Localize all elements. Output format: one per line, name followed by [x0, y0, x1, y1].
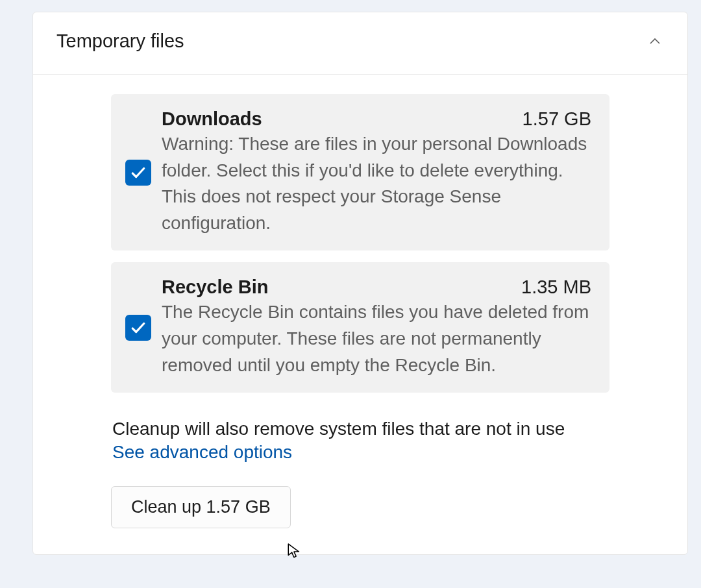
clean-up-button[interactable]: Clean up 1.57 GB — [111, 486, 291, 528]
checkbox-recycle-bin[interactable] — [125, 315, 151, 341]
item-header-downloads: Downloads 1.57 GB — [162, 108, 591, 130]
item-recycle-bin[interactable]: Recycle Bin 1.35 MB The Recycle Bin cont… — [111, 262, 609, 393]
settings-frame: Temporary files Downloads 1.57 GB — [0, 0, 701, 588]
temporary-files-panel: Temporary files Downloads 1.57 GB — [32, 12, 688, 555]
checkmark-icon — [130, 164, 147, 181]
panel-header[interactable]: Temporary files — [33, 12, 687, 75]
checkbox-downloads[interactable] — [125, 160, 151, 186]
item-description: Warning: These are files in your persona… — [162, 131, 591, 236]
item-header-recycle-bin: Recycle Bin 1.35 MB — [162, 276, 591, 298]
chevron-up-icon[interactable] — [647, 34, 663, 49]
item-size: 1.35 MB — [521, 276, 591, 298]
item-title: Recycle Bin — [162, 276, 268, 298]
item-text-recycle-bin: Recycle Bin 1.35 MB The Recycle Bin cont… — [162, 276, 591, 378]
panel-title: Temporary files — [56, 31, 184, 52]
panel-body: Downloads 1.57 GB Warning: These are fil… — [33, 75, 687, 554]
item-description: The Recycle Bin contains files you have … — [162, 299, 591, 378]
checkmark-icon — [130, 319, 147, 336]
item-title: Downloads — [162, 108, 262, 130]
item-size: 1.57 GB — [523, 108, 591, 130]
see-advanced-options-link[interactable]: See advanced options — [112, 442, 292, 463]
item-text-downloads: Downloads 1.57 GB Warning: These are fil… — [162, 108, 591, 236]
item-downloads[interactable]: Downloads 1.57 GB Warning: These are fil… — [111, 94, 609, 251]
cleanup-note: Cleanup will also remove system files th… — [112, 419, 609, 439]
